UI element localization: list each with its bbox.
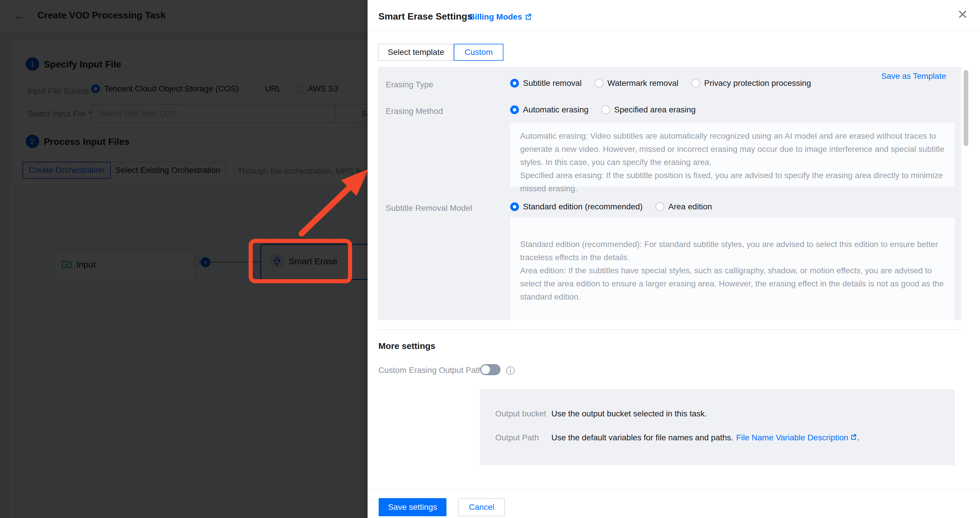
toggle-knob (481, 365, 490, 374)
erasing-type-label: Erasing Type (386, 80, 433, 89)
radio-area-edition-label: Area edition (668, 202, 712, 211)
output-settings-box: Output bucket Use the output bucket sele… (480, 389, 955, 465)
save-as-template-link[interactable]: Save as Template (881, 72, 946, 81)
output-path-suffix: . (857, 433, 859, 442)
radio-automatic-erasing-label: Automatic erasing (523, 105, 589, 114)
close-icon[interactable]: ✕ (957, 8, 968, 21)
cancel-button[interactable]: Cancel (458, 498, 505, 516)
external-link-icon (850, 433, 857, 440)
settings-panel: Save as Template Erasing Type Subtitle r… (378, 67, 961, 320)
drawer-title: Smart Erase Settings (379, 11, 473, 22)
radio-standard-edition-label: Standard edition (recommended) (523, 202, 643, 211)
more-settings-title: More settings (379, 341, 435, 351)
section-divider (378, 329, 961, 330)
output-bucket-value: Use the output bucket selected in this t… (551, 409, 707, 418)
billing-modes-link[interactable]: Billing Modes (469, 12, 532, 22)
radio-specified-area-erasing[interactable] (601, 105, 610, 114)
radio-watermark-removal-label: Watermark removal (608, 79, 678, 88)
radio-subtitle-removal[interactable] (510, 79, 519, 87)
custom-output-path-toggle[interactable] (480, 364, 501, 375)
output-path-label: Output Path (495, 433, 551, 442)
footer-divider (368, 489, 980, 489)
radio-privacy-protection[interactable] (691, 79, 700, 87)
removal-model-label: Subtitle Removal Model (386, 203, 472, 213)
tab-custom[interactable]: Custom (454, 44, 503, 61)
radio-automatic-erasing[interactable] (510, 105, 519, 114)
removal-model-description-box: Standard edition (recommended): For stan… (510, 218, 955, 320)
info-icon[interactable]: ⓘ (506, 365, 515, 377)
external-link-icon (525, 13, 532, 21)
erasing-method-label: Erasing Method (386, 106, 443, 116)
output-path-value: Use the default variables for file names… (551, 433, 733, 442)
header-divider (368, 30, 980, 30)
tab-select-template[interactable]: Select template (378, 44, 454, 61)
radio-area-edition[interactable] (655, 202, 664, 211)
smart-erase-settings-drawer: Smart Erase Settings Billing Modes ✕ Sel… (368, 0, 980, 518)
custom-output-path-label: Custom Erasing Output Path (379, 365, 482, 375)
output-bucket-label: Output bucket (495, 409, 551, 418)
radio-privacy-protection-label: Privacy protection processing (704, 79, 811, 88)
erasing-method-description: Automatic erasing: Video subtitles are a… (510, 122, 955, 187)
radio-subtitle-removal-label: Subtitle removal (523, 79, 582, 88)
removal-model-description: Standard edition (recommended): For stan… (520, 238, 945, 303)
radio-watermark-removal[interactable] (595, 79, 603, 87)
screen: ← Create VOD Processing Task 1 Specify I… (0, 0, 980, 518)
file-name-variable-link[interactable]: File Name Variable Description (736, 433, 848, 442)
radio-specified-area-erasing-label: Specified area erasing (614, 105, 696, 114)
panel-scrollbar[interactable] (964, 70, 968, 146)
radio-standard-edition[interactable] (510, 202, 519, 211)
save-settings-button[interactable]: Save settings (379, 498, 447, 516)
